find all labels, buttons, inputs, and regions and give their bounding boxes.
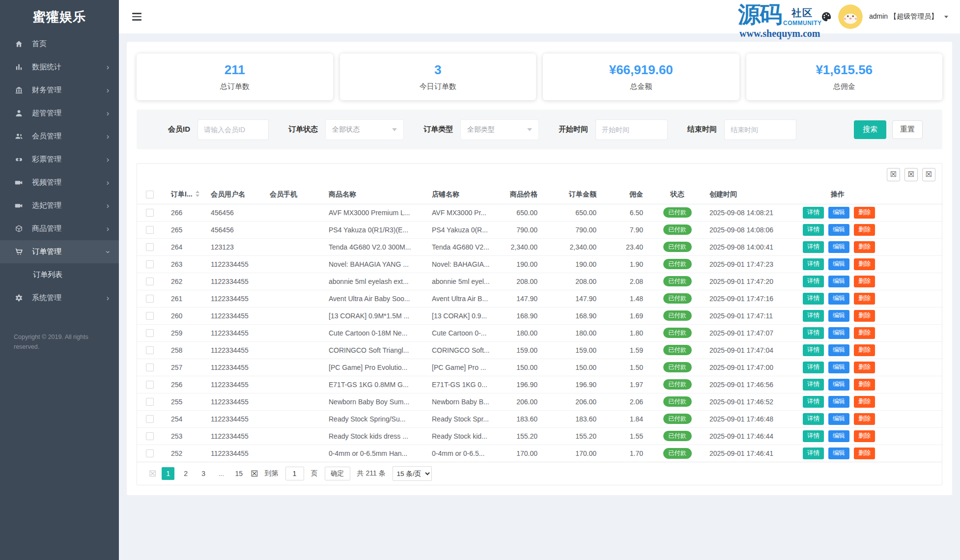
delete-button[interactable]: 删除	[854, 276, 875, 287]
edit-button[interactable]: 编辑	[828, 310, 849, 322]
page-button-15[interactable]: 15	[232, 467, 245, 480]
next-page-icon[interactable]: ☒	[251, 469, 258, 478]
admin-menu[interactable]: admin 【超级管理员】	[869, 12, 938, 21]
delete-button[interactable]: 删除	[854, 327, 875, 339]
detail-button[interactable]: 详情	[803, 327, 824, 339]
sidebar-item-finance[interactable]: 财务管理	[0, 79, 119, 102]
sidebar-item-members[interactable]: 会员管理	[0, 125, 119, 148]
toolbar-icon-button-1[interactable]: ☒	[887, 168, 900, 181]
detail-button[interactable]: 详情	[803, 448, 824, 459]
delete-button[interactable]: 删除	[854, 362, 875, 373]
detail-button[interactable]: 详情	[803, 362, 824, 373]
edit-button[interactable]: 编辑	[828, 413, 849, 425]
delete-button[interactable]: 删除	[854, 413, 875, 425]
detail-button[interactable]: 详情	[803, 276, 824, 287]
row-checkbox[interactable]	[146, 449, 154, 457]
row-checkbox[interactable]	[146, 381, 154, 389]
start-time-input[interactable]	[595, 119, 668, 140]
member-id-input[interactable]	[198, 119, 269, 140]
sidebar-item-order-list[interactable]: 订单列表	[0, 263, 119, 286]
toolbar-icon-button-3[interactable]: ☒	[922, 168, 935, 181]
jump-page-input[interactable]	[285, 467, 304, 480]
detail-button[interactable]: 详情	[803, 224, 824, 236]
edit-button[interactable]: 编辑	[828, 379, 849, 391]
delete-button[interactable]: 删除	[854, 207, 875, 219]
delete-button[interactable]: 删除	[854, 293, 875, 305]
row-checkbox[interactable]	[146, 295, 154, 303]
detail-button[interactable]: 详情	[803, 258, 824, 270]
sidebar-item-home[interactable]: 首页	[0, 32, 119, 56]
row-checkbox[interactable]	[146, 278, 154, 285]
row-checkbox[interactable]	[146, 415, 154, 423]
search-button[interactable]: 搜索	[854, 120, 886, 139]
edit-button[interactable]: 编辑	[828, 448, 849, 459]
sidebar-item-video[interactable]: 视频管理	[0, 171, 119, 194]
cell-shop: Newborn Baby B...	[428, 393, 497, 410]
sidebar-item-super-admin[interactable]: 超管管理	[0, 102, 119, 125]
edit-button[interactable]: 编辑	[828, 327, 849, 339]
row-checkbox[interactable]	[146, 346, 154, 354]
row-checkbox[interactable]	[146, 364, 154, 371]
sidebar-item-goods[interactable]: 商品管理	[0, 217, 119, 240]
delete-button[interactable]: 删除	[854, 396, 875, 408]
delete-button[interactable]: 删除	[854, 258, 875, 270]
cell-commission: 1.90	[602, 255, 649, 273]
detail-button[interactable]: 详情	[803, 207, 824, 219]
row-checkbox[interactable]	[146, 398, 154, 406]
row-checkbox[interactable]	[146, 260, 154, 268]
detail-button[interactable]: 详情	[803, 396, 824, 408]
order-status-select[interactable]: 全部状态	[325, 119, 404, 140]
edit-button[interactable]: 编辑	[828, 224, 849, 236]
row-checkbox[interactable]	[146, 432, 154, 440]
edit-button[interactable]: 编辑	[828, 207, 849, 219]
per-page-select[interactable]: 15 条/页	[393, 466, 432, 481]
select-all-checkbox[interactable]	[146, 191, 154, 198]
edit-button[interactable]: 编辑	[828, 430, 849, 442]
detail-button[interactable]: 详情	[803, 413, 824, 425]
edit-button[interactable]: 编辑	[828, 276, 849, 287]
toolbar-icon-button-2[interactable]: ☒	[904, 168, 918, 181]
detail-button[interactable]: 详情	[803, 310, 824, 322]
row-checkbox[interactable]	[146, 209, 154, 217]
page-button-3[interactable]: 3	[197, 467, 210, 480]
user-icon	[14, 109, 24, 118]
edit-button[interactable]: 编辑	[828, 293, 849, 305]
detail-button[interactable]: 详情	[803, 293, 824, 305]
theme-palette-icon[interactable]	[821, 11, 832, 22]
order-type-select[interactable]: 全部类型	[460, 119, 539, 140]
edit-button[interactable]: 编辑	[828, 241, 849, 253]
sidebar-item-orders[interactable]: 订单管理	[0, 240, 119, 263]
reset-button[interactable]: 重置	[892, 120, 923, 139]
row-checkbox[interactable]	[146, 329, 154, 337]
sidebar-item-consort[interactable]: 选妃管理	[0, 194, 119, 217]
avatar[interactable]	[838, 4, 863, 29]
end-time-input[interactable]	[724, 119, 796, 140]
confirm-button[interactable]: 确定	[325, 467, 350, 480]
sidebar-item-system[interactable]: 系统管理	[0, 286, 119, 309]
row-checkbox[interactable]	[146, 243, 154, 251]
delete-button[interactable]: 删除	[854, 448, 875, 459]
sidebar-item-lottery[interactable]: 彩票管理	[0, 148, 119, 171]
sort-icon[interactable]	[196, 191, 199, 197]
detail-button[interactable]: 详情	[803, 379, 824, 391]
row-checkbox[interactable]	[146, 312, 154, 320]
detail-button[interactable]: 详情	[803, 241, 824, 253]
menu-toggle-icon[interactable]	[132, 11, 141, 22]
edit-button[interactable]: 编辑	[828, 344, 849, 356]
edit-button[interactable]: 编辑	[828, 258, 849, 270]
delete-button[interactable]: 删除	[854, 310, 875, 322]
delete-button[interactable]: 删除	[854, 430, 875, 442]
page-button-1[interactable]: 1	[162, 467, 174, 480]
delete-button[interactable]: 删除	[854, 224, 875, 236]
prev-page-icon[interactable]: ☒	[149, 469, 156, 478]
delete-button[interactable]: 删除	[854, 241, 875, 253]
edit-button[interactable]: 编辑	[828, 362, 849, 373]
sidebar-item-data-stats[interactable]: 数据统计	[0, 56, 119, 79]
edit-button[interactable]: 编辑	[828, 396, 849, 408]
page-button-2[interactable]: 2	[179, 467, 192, 480]
detail-button[interactable]: 详情	[803, 430, 824, 442]
detail-button[interactable]: 详情	[803, 344, 824, 356]
row-checkbox[interactable]	[146, 226, 154, 234]
delete-button[interactable]: 删除	[854, 344, 875, 356]
delete-button[interactable]: 删除	[854, 379, 875, 391]
